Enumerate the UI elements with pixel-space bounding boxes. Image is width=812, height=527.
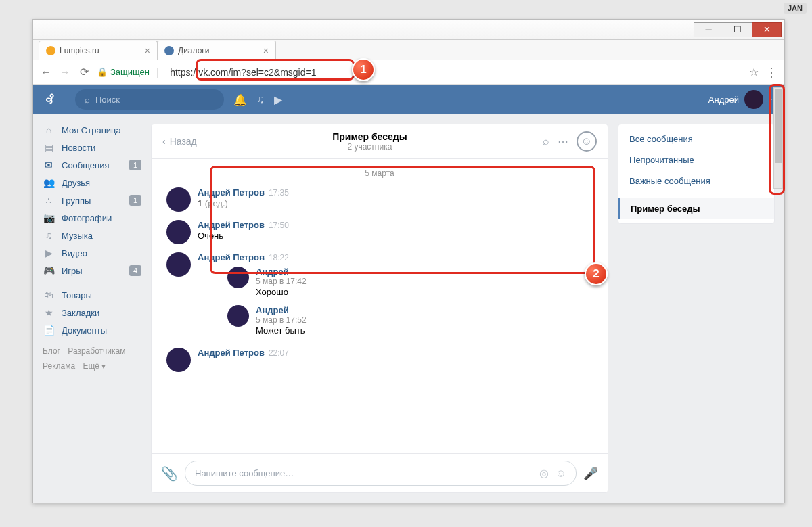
nav-my-page[interactable]: ⌂Моя Страница [33, 121, 151, 139]
search-input[interactable]: ⌕ Поиск [75, 89, 224, 110]
minimize-button[interactable]: ─ [694, 22, 723, 37]
nav-photos[interactable]: 📷Фотографии [33, 209, 151, 227]
nav-market[interactable]: 🛍Товары [33, 286, 151, 304]
tabstrip: Lumpics.ru × Диалоги × [33, 40, 784, 60]
footer-link[interactable]: Реклама [43, 361, 75, 371]
nav-label: Фотографии [62, 213, 112, 223]
friends-icon: 👥 [43, 177, 55, 188]
message[interactable]: Андрей Петров17:50 Очень [166, 216, 593, 248]
wayback-badge: JAN [784, 3, 807, 14]
user-name-label: Андрей [708, 95, 739, 105]
nav-label: Музыка [62, 231, 93, 241]
message[interactable]: Андрей Петров22:07 [166, 344, 593, 376]
vk-logo-icon[interactable]: ꘩ [45, 92, 66, 107]
notifications-icon[interactable]: 🔔 [233, 93, 247, 106]
browser-window: ─ ☐ ✕ Lumpics.ru × Диалоги × ← → ⟳ 🔒 Защ… [32, 19, 785, 503]
content-area: ‹ Назад Пример беседы 2 участника ⌕ ⋯ ☺ [151, 114, 784, 503]
lock-icon: 🔒 [97, 67, 108, 77]
search-icon[interactable]: ⌕ [543, 135, 549, 147]
footer-link[interactable]: Разработчикам [68, 346, 125, 356]
games-icon: 🎮 [43, 265, 55, 276]
search-placeholder: Поиск [95, 95, 120, 105]
scrollbar-thumb[interactable] [775, 89, 782, 163]
tab-close-icon[interactable]: × [145, 45, 150, 56]
nav-bookmarks[interactable]: ★Закладки [33, 304, 151, 321]
nav-music[interactable]: ♫Музыка [33, 227, 151, 244]
page-scrollbar[interactable] [773, 87, 783, 189]
smile-icon[interactable]: ☺ [556, 467, 566, 480]
camera-icon: 📷 [43, 212, 55, 223]
message-area[interactable]: 5 марта Андрей Петров17:35 1 (ред.) [152, 159, 608, 453]
nav-news[interactable]: ▤Новости [33, 139, 151, 156]
message[interactable]: Андрей Петров17:35 1 (ред.) [166, 183, 593, 216]
message-meta: 5 мар в 17:52 [256, 315, 307, 325]
tab-label: Lumpics.ru [60, 46, 99, 55]
edited-label: (ред.) [205, 198, 228, 208]
url-input[interactable]: https://vk.com/im?sel=c2&msgid=1 [166, 65, 742, 80]
message-text: Хорошо [256, 287, 307, 297]
message-from[interactable]: Андрей [256, 305, 289, 315]
tab-lumpics[interactable]: Lumpics.ru × [39, 41, 158, 60]
avatar [227, 305, 249, 327]
back-icon[interactable]: ← [40, 66, 52, 78]
message-time: 17:50 [269, 221, 289, 230]
badge: 1 [129, 195, 141, 206]
annotation-marker-2: 2 [585, 262, 608, 285]
message-text: Может быть [256, 325, 307, 336]
footer-link[interactable]: Ещё ▾ [83, 361, 106, 371]
attach-icon[interactable]: 📎 [161, 465, 178, 482]
nav-label: Друзья [62, 178, 90, 188]
message-time: 18:22 [269, 253, 289, 262]
rp-current-chat[interactable]: Пример беседы [618, 198, 774, 219]
avatar [166, 252, 191, 277]
tab-dialogs[interactable]: Диалоги × [157, 41, 276, 60]
mic-icon[interactable]: 🎤 [583, 466, 598, 481]
address-bar: ← → ⟳ 🔒 Защищен | https://vk.com/im?sel=… [33, 60, 784, 85]
avatar [744, 90, 763, 109]
nav-docs[interactable]: 📄Документы [33, 321, 151, 339]
tab-close-icon[interactable]: × [263, 45, 269, 56]
user-menu[interactable]: Андрей ▾ [708, 90, 772, 109]
message-from[interactable]: Андрей Петров [198, 252, 265, 262]
nav-groups[interactable]: ⛬Группы1 [33, 191, 151, 209]
camera-icon[interactable]: ◎ [539, 467, 549, 480]
bookmark-icon[interactable]: ☆ [749, 66, 759, 78]
more-icon[interactable]: ⋯ [558, 135, 568, 148]
video-icon[interactable]: ▶ [274, 93, 282, 106]
vk-page: ꘩ ⌕ Поиск 🔔 ♫ ▶ Андрей ▾ ⌂Моя Страница ▤… [33, 85, 784, 503]
nav-messages[interactable]: ✉Сообщения1 [33, 156, 151, 174]
chat-subtitle: 2 участника [197, 142, 543, 152]
back-label: Назад [170, 136, 197, 147]
message-from[interactable]: Андрей Петров [198, 187, 265, 198]
reload-icon[interactable]: ⟳ [78, 66, 90, 78]
forwarded-message: Андрей 5 мар в 17:42 Хорошо [227, 262, 307, 301]
close-button[interactable]: ✕ [752, 22, 782, 37]
message-from[interactable]: Андрей Петров [198, 220, 265, 230]
maximize-button[interactable]: ☐ [723, 22, 752, 37]
back-button[interactable]: ‹ Назад [162, 136, 197, 147]
music-icon: ♫ [43, 230, 55, 241]
nav-label: Товары [62, 290, 92, 300]
rp-all[interactable]: Все сообщения [618, 129, 774, 150]
pinned-icon[interactable]: ☺ [577, 131, 597, 152]
footer-links: Блог Разработчикам Реклама Ещё ▾ [33, 339, 151, 379]
message-from[interactable]: Андрей [256, 267, 289, 277]
forward-icon[interactable]: → [59, 66, 71, 78]
footer-link[interactable]: Блог [43, 346, 60, 356]
nav-video[interactable]: ▶Видео [33, 244, 151, 262]
nav-label: Видео [62, 248, 87, 258]
message-text: Очень [198, 231, 289, 241]
message-from[interactable]: Андрей Петров [198, 348, 265, 358]
message[interactable]: Андрей Петров18:22 Андрей 5 мар в 17:42 … [166, 248, 593, 344]
message-input[interactable]: Напишите сообщение… ◎ ☺ [185, 461, 577, 486]
badge: 4 [129, 265, 141, 276]
menu-icon[interactable]: ⋮ [765, 65, 777, 80]
nav-label: Игры [62, 266, 83, 276]
rp-important[interactable]: Важные сообщения [618, 170, 774, 191]
music-icon[interactable]: ♫ [256, 93, 265, 106]
nav-friends[interactable]: 👥Друзья [33, 174, 151, 191]
nav-label: Закладки [62, 308, 99, 318]
rp-unread[interactable]: Непрочитанные [618, 150, 774, 170]
message-time: 22:07 [269, 348, 289, 358]
nav-games[interactable]: 🎮Игры4 [33, 262, 151, 279]
